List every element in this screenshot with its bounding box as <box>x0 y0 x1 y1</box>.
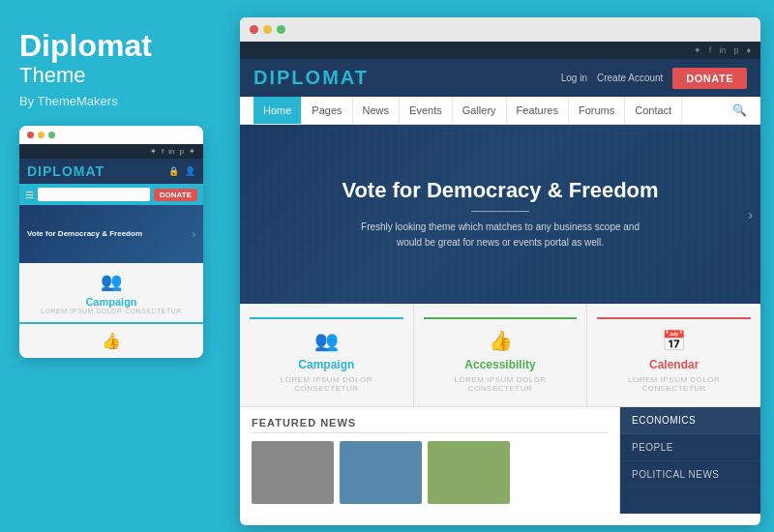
facebook-icon: f <box>162 147 164 156</box>
nav-item-gallery[interactable]: Gallery <box>453 97 507 124</box>
browser-hero-content: Vote for Democracy & Freedom Freshly loo… <box>342 178 658 251</box>
theme-title: Diplomat <box>19 29 223 63</box>
browser-dot-yellow <box>263 25 272 34</box>
hero-next-icon[interactable]: › <box>748 207 753 222</box>
feature-accessibility: 👍 Accessibility LOREM IPSUM DOLOR CONSEC… <box>414 304 588 406</box>
browser-sidebar: ECONOMICS PEOPLE POLITICAL NEWS <box>620 407 760 514</box>
accessibility-sub: LOREM IPSUM DOLOR CONSECTETUR <box>424 375 578 393</box>
accessibility-icon: 👍 <box>27 332 195 350</box>
browser-preview: ✦ f in p ♦ DIPLOMAT Log in Create Accoun… <box>240 17 760 525</box>
mobile-top-bar <box>19 126 203 144</box>
campaign-sub: LOREM IPSUM DOLOR CONSECTETUR <box>250 375 403 393</box>
mobile-preview: ✦ f in p ✦ DIPLOMAT 🔒 👤 ☰ DONATE Vote fo… <box>19 126 203 358</box>
mobile-dot-green <box>48 132 55 138</box>
pinterest-icon: p <box>733 45 738 55</box>
browser-logo: DIPLOMAT <box>253 67 369 89</box>
mobile-campaign-section: 👥 Campaign LOREM IPSUM DOLOR CONSECTETUR <box>19 263 203 322</box>
news-image-3 <box>428 441 510 504</box>
mobile-search-box <box>38 188 150 201</box>
linkedin-icon: in <box>168 147 174 156</box>
nav-item-pages[interactable]: Pages <box>302 97 352 124</box>
calendar-icon: 📅 <box>597 329 751 352</box>
accessibility-icon: 👍 <box>424 329 578 352</box>
browser-hero: Vote for Democracy & Freedom Freshly loo… <box>240 125 760 304</box>
accessibility-title: Accessibility <box>424 358 578 371</box>
browser-features: 👥 Campaign LOREM IPSUM DOLOR CONSECTETUR… <box>240 304 760 407</box>
facebook-icon: f <box>709 45 712 55</box>
linkedin-icon: in <box>719 45 726 55</box>
campaign-icon: 👥 <box>250 329 403 352</box>
browser-bottom: FEATURED NEWS ECONOMICS PEOPLE POLITICAL… <box>240 407 760 514</box>
mobile-header-icons: 🔒 👤 <box>168 166 195 176</box>
feature-campaign: 👥 Campaign LOREM IPSUM DOLOR CONSECTETUR <box>240 304 414 406</box>
login-link[interactable]: Log in <box>561 73 587 83</box>
news-images <box>252 441 608 504</box>
mobile-accessibility-section: 👍 <box>19 324 203 358</box>
mobile-nav-bar: ☰ DONATE <box>19 184 203 205</box>
browser-social-bar: ✦ f in p ♦ <box>240 42 760 59</box>
rss-icon: ♦ <box>746 45 751 55</box>
campaign-title: Campaign <box>250 358 403 371</box>
mobile-header: DIPLOMAT 🔒 👤 <box>19 159 203 184</box>
lock-icon: 🔒 <box>168 166 179 176</box>
nav-item-contact[interactable]: Contact <box>625 97 682 124</box>
chevron-right-icon: › <box>193 229 195 240</box>
browser-header: DIPLOMAT Log in Create Account DONATE <box>240 59 760 97</box>
featured-news-section: FEATURED NEWS <box>240 407 620 514</box>
mobile-donate-button[interactable]: DONATE <box>154 189 197 201</box>
campaign-icon: 👥 <box>27 271 195 292</box>
feature-calendar: 📅 Calendar LOREM IPSUM DOLOR CONSECTETUR <box>587 304 760 406</box>
left-panel: Diplomat Theme By ThemeMakers ✦ f in p ✦… <box>19 29 223 358</box>
sidebar-item-political-news[interactable]: POLITICAL NEWS <box>620 461 760 488</box>
browser-dot-red <box>250 25 258 34</box>
mobile-dot-yellow <box>38 132 45 138</box>
user-icon: 👤 <box>185 166 195 176</box>
by-line: By ThemeMakers <box>19 94 223 108</box>
mobile-campaign-sub: LOREM IPSUM DOLOR CONSECTETUR <box>27 308 195 314</box>
create-account-link[interactable]: Create Account <box>597 73 663 83</box>
hamburger-icon: ☰ <box>25 190 34 200</box>
news-image-1 <box>252 441 334 504</box>
news-image-2 <box>340 441 422 504</box>
browser-nav-items: Home Pages News Events Gallery Features … <box>253 97 682 124</box>
browser-chrome <box>240 17 760 42</box>
search-icon[interactable]: 🔍 <box>732 103 747 117</box>
theme-subtitle: Theme <box>19 63 223 88</box>
hero-divider <box>471 211 529 212</box>
calendar-title: Calendar <box>597 358 751 371</box>
twitter-icon: ✦ <box>694 45 701 55</box>
browser-nav: Home Pages News Events Gallery Features … <box>240 97 760 125</box>
mobile-hero: Vote for Democracy & Freedom › <box>19 205 203 263</box>
mobile-hero-text: Vote for Democracy & Freedom <box>27 229 142 239</box>
browser-header-right: Log in Create Account DONATE <box>561 68 747 89</box>
pinterest-icon: p <box>180 147 184 156</box>
mobile-campaign-title: Campaign <box>27 296 195 308</box>
browser-dot-green <box>277 25 285 34</box>
sidebar-item-economics[interactable]: ECONOMICS <box>620 407 760 434</box>
featured-news-title: FEATURED NEWS <box>252 417 608 433</box>
nav-item-events[interactable]: Events <box>400 97 453 124</box>
nav-item-news[interactable]: News <box>353 97 401 124</box>
nav-item-home[interactable]: Home <box>253 97 302 124</box>
rss-icon: ✦ <box>189 147 195 156</box>
nav-item-forums[interactable]: Forums <box>569 97 625 124</box>
calendar-sub: LOREM IPSUM DOLOR CONSECTETUR <box>597 375 751 393</box>
mobile-social-bar: ✦ f in p ✦ <box>19 144 203 159</box>
twitter-icon: ✦ <box>150 147 157 156</box>
mobile-logo: DIPLOMAT <box>27 163 104 179</box>
sidebar-item-people[interactable]: PEOPLE <box>620 434 760 461</box>
mobile-dot-red <box>27 132 34 138</box>
hero-title: Vote for Democracy & Freedom <box>342 178 658 203</box>
donate-button[interactable]: DONATE <box>672 68 747 89</box>
hero-subtitle: Freshly looking theme which matches to a… <box>342 220 658 251</box>
nav-item-features[interactable]: Features <box>507 97 569 124</box>
